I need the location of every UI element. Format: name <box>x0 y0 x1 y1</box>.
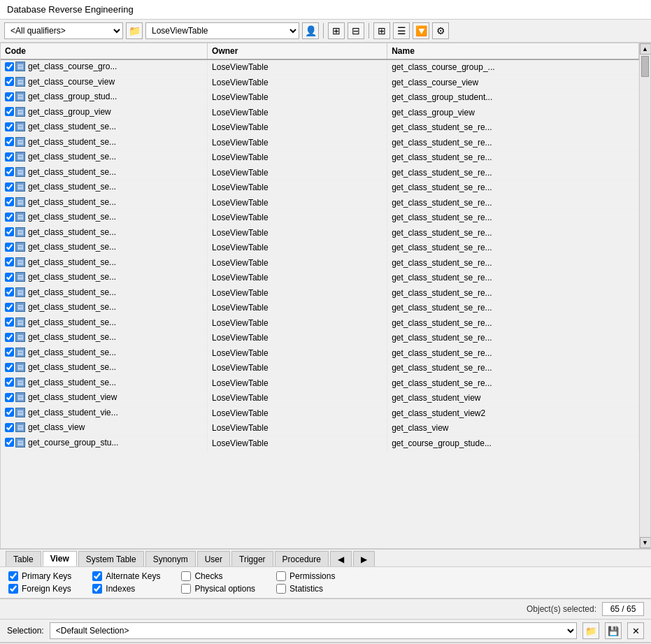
filter-btn[interactable]: 🔽 <box>413 22 429 39</box>
data-table: Code Owner Name ▤get_class_course_gro...… <box>1 43 639 451</box>
statistics-checkbox[interactable] <box>276 584 286 594</box>
tab-synonym[interactable]: Synonym <box>145 551 196 566</box>
row-checkbox[interactable] <box>5 317 14 327</box>
row-checkbox[interactable] <box>5 197 14 206</box>
tab-table[interactable]: Table <box>6 551 41 566</box>
table-row[interactable]: ▤get_class_group_viewLoseViewTableget_cl… <box>1 105 639 120</box>
table-row[interactable]: ▤get_course_group_stu...LoseViewTableget… <box>1 436 639 451</box>
row-checkbox[interactable] <box>5 107 14 116</box>
row-checkbox[interactable] <box>5 243 14 252</box>
row-checkbox[interactable] <box>5 62 14 71</box>
table-row[interactable]: ▤get_class_student_se...LoseViewTableget… <box>1 165 639 180</box>
selection-close-btn[interactable]: ✕ <box>627 622 644 639</box>
statistics-option: Statistics <box>276 584 335 594</box>
row-checkbox[interactable] <box>5 363 14 372</box>
row-checkbox[interactable] <box>5 213 14 222</box>
primary-keys-checkbox[interactable] <box>8 571 18 581</box>
row-name: get_class_student_se_re... <box>387 165 639 180</box>
checks-checkbox[interactable] <box>181 571 191 581</box>
tab-procedure[interactable]: Procedure <box>275 551 329 566</box>
qualifier-icon-btn[interactable]: 📁 <box>126 22 143 39</box>
main-area: Code Owner Name ▤get_class_course_gro...… <box>0 43 651 642</box>
selection-save-btn[interactable]: 💾 <box>605 622 622 639</box>
table-row[interactable]: ▤get_class_student_se...LoseViewTableget… <box>1 210 639 226</box>
row-name: get_class_student_se_re... <box>387 210 639 226</box>
row-checkbox[interactable] <box>5 423 14 432</box>
table-row[interactable]: ▤get_class_student_se...LoseViewTableget… <box>1 331 639 346</box>
copy-btn[interactable]: ⊞ <box>328 22 345 39</box>
table-row[interactable]: ▤get_class_student_se...LoseViewTableget… <box>1 120 639 136</box>
table-browse-btn[interactable]: 👤 <box>302 22 319 39</box>
table-row[interactable]: ▤get_class_course_gro...LoseViewTableget… <box>1 59 639 75</box>
qualifier-dropdown[interactable]: <All qualifiers> <box>4 22 123 39</box>
row-checkbox[interactable] <box>5 227 14 236</box>
grid-btn[interactable]: ⊞ <box>373 22 390 39</box>
row-checkbox[interactable] <box>5 137 14 146</box>
scrollbar-right[interactable]: ▲ ▼ <box>639 43 650 548</box>
row-checkbox[interactable] <box>5 257 14 266</box>
row-checkbox[interactable] <box>5 122 14 131</box>
table-row[interactable]: ▤get_class_course_viewLoseViewTableget_c… <box>1 75 639 90</box>
table-row[interactable]: ▤get_class_student_vie...LoseViewTablege… <box>1 406 639 421</box>
foreign-keys-checkbox[interactable] <box>8 584 18 594</box>
selection-dropdown[interactable]: <Default Selection> <box>50 622 577 639</box>
table-row[interactable]: ▤get_class_student_se...LoseViewTableget… <box>1 180 639 196</box>
indexes-checkbox[interactable] <box>92 584 102 594</box>
table-row[interactable]: ▤get_class_student_se...LoseViewTableget… <box>1 285 639 301</box>
row-name: get_class_student_se_re... <box>387 241 639 256</box>
row-checkbox[interactable] <box>5 287 14 296</box>
row-checkbox[interactable] <box>5 378 14 387</box>
row-checkbox[interactable] <box>5 92 14 101</box>
scroll-thumb[interactable] <box>641 56 649 77</box>
row-checkbox[interactable] <box>5 303 14 312</box>
foreign-keys-label: Foreign Keys <box>22 584 71 594</box>
table-dropdown[interactable]: LoseViewTable <box>145 22 299 39</box>
row-checkbox[interactable] <box>5 393 14 402</box>
selection-folder-btn[interactable]: 📁 <box>582 622 599 639</box>
permissions-checkbox[interactable] <box>276 571 286 581</box>
row-checkbox[interactable] <box>5 77 14 86</box>
tab-system-table[interactable]: System Table <box>78 551 144 566</box>
row-name: get_class_student_se_re... <box>387 255 639 271</box>
table-row[interactable]: ▤get_class_student_se...LoseViewTableget… <box>1 195 639 210</box>
physical-options-checkbox[interactable] <box>181 584 191 594</box>
table-row[interactable]: ▤get_class_student_se...LoseViewTableget… <box>1 135 639 150</box>
table-row[interactable]: ▤get_class_viewLoseViewTableget_class_vi… <box>1 421 639 436</box>
table-row[interactable]: ▤get_class_student_se...LoseViewTableget… <box>1 375 639 391</box>
settings-btn[interactable]: ⚙ <box>432 22 449 39</box>
row-code: ▤get_class_student_se... <box>1 135 208 150</box>
tab-view[interactable]: View <box>43 551 77 566</box>
alternate-keys-checkbox[interactable] <box>92 571 102 581</box>
scroll-up-arrow[interactable]: ▲ <box>640 43 651 55</box>
row-checkbox[interactable] <box>5 333 14 342</box>
row-checkbox[interactable] <box>5 273 14 282</box>
table-row[interactable]: ▤get_class_student_se...LoseViewTableget… <box>1 315 639 331</box>
copy-down-btn[interactable]: ⊟ <box>348 22 364 39</box>
row-owner: LoseViewTable <box>208 406 387 421</box>
table-row[interactable]: ▤get_class_student_se...LoseViewTableget… <box>1 241 639 256</box>
table-row[interactable]: ▤get_class_student_se...LoseViewTableget… <box>1 255 639 271</box>
row-code: ▤get_class_student_se... <box>1 315 208 331</box>
row-checkbox[interactable] <box>5 183 14 192</box>
row-checkbox[interactable] <box>5 348 14 357</box>
table-row[interactable]: ▤get_class_student_se...LoseViewTableget… <box>1 150 639 166</box>
row-checkbox[interactable] <box>5 152 14 162</box>
scroll-left-tab[interactable]: ◀ <box>330 551 352 566</box>
tab-trigger[interactable]: Trigger <box>231 551 273 566</box>
table-row[interactable]: ▤get_class_student_se...LoseViewTableget… <box>1 361 639 376</box>
table-row[interactable]: ▤get_class_student_se...LoseViewTableget… <box>1 225 639 241</box>
row-checkbox[interactable] <box>5 438 14 447</box>
tab-user[interactable]: User <box>197 551 230 566</box>
table-row[interactable]: ▤get_class_student_se...LoseViewTableget… <box>1 345 639 361</box>
table-container: Code Owner Name ▤get_class_course_gro...… <box>0 43 651 549</box>
table-row[interactable]: ▤get_class_group_stud...LoseViewTableget… <box>1 90 639 106</box>
row-checkbox[interactable] <box>5 408 14 417</box>
scroll-right-tab[interactable]: ▶ <box>353 551 375 566</box>
scroll-down-arrow[interactable]: ▼ <box>640 537 651 548</box>
row-checkbox[interactable] <box>5 167 14 176</box>
table-row[interactable]: ▤get_class_student_se...LoseViewTableget… <box>1 301 639 316</box>
table-scroll[interactable]: Code Owner Name ▤get_class_course_gro...… <box>1 43 639 548</box>
list-btn[interactable]: ☰ <box>393 22 410 39</box>
table-row[interactable]: ▤get_class_student_viewLoseViewTableget_… <box>1 391 639 406</box>
table-row[interactable]: ▤get_class_student_se...LoseViewTableget… <box>1 271 639 286</box>
